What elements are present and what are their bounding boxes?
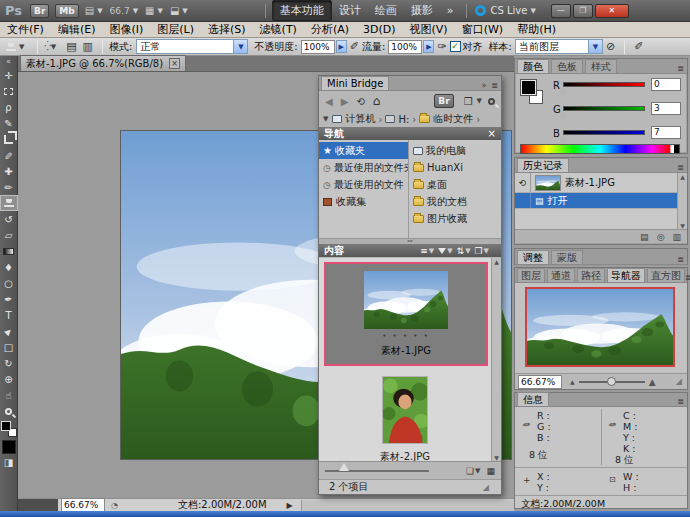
navigator-zoom-field[interactable]: 66.67% xyxy=(518,375,562,389)
scroll-down-icon[interactable]: ▼ xyxy=(680,222,685,229)
panel-menu-icon[interactable]: ≣ xyxy=(677,397,687,406)
rotate-3d-tool[interactable]: ↻ xyxy=(0,355,18,371)
sort-order-icon[interactable]: ⇅ xyxy=(457,246,465,256)
red-value-field[interactable]: 0 xyxy=(651,78,681,91)
gradient-tool[interactable] xyxy=(0,243,18,259)
blue-value-field[interactable]: 7 xyxy=(651,126,681,139)
content-item-selected[interactable]: • • • • • 素材-1.JPG xyxy=(324,262,488,366)
eyedropper-tool[interactable]: ✐ xyxy=(0,147,18,163)
launch-bridge-button[interactable]: Br xyxy=(30,4,49,18)
green-value-field[interactable]: 3 xyxy=(651,102,681,115)
resize-grip-icon[interactable]: ◢ xyxy=(483,483,489,492)
new-document-from-state-icon[interactable]: ▤ xyxy=(640,232,649,242)
marquee-tool[interactable] xyxy=(0,83,18,99)
tab-adjustments[interactable]: 调整 xyxy=(517,250,549,264)
toggle-clone-source-icon[interactable]: ▥ xyxy=(83,40,93,53)
rectangle-tool[interactable]: □ xyxy=(0,339,18,355)
menu-layer[interactable]: 图层(L) xyxy=(150,22,201,37)
breadcrumb-drive[interactable]: H: xyxy=(398,114,409,125)
blue-slider[interactable] xyxy=(563,130,645,135)
tab-paths[interactable]: 路径 xyxy=(577,268,605,282)
resize-grip-icon[interactable]: ◢ xyxy=(676,377,682,386)
panel-view-icon[interactable]: ❐ xyxy=(464,96,473,107)
brush-tool[interactable]: ✏ xyxy=(0,179,18,195)
navigation-pod-header[interactable]: 导航 × xyxy=(319,127,501,140)
menu-file[interactable]: 文件(F) xyxy=(0,22,51,37)
mini-bridge-tab[interactable]: Mini Bridge xyxy=(321,76,389,90)
desktop-item[interactable]: 桌面 xyxy=(409,176,501,193)
history-brush-source-icon[interactable]: ⟲ xyxy=(515,173,531,192)
zoom-out-mountain-icon[interactable]: ▲ xyxy=(570,378,575,385)
minimize-button[interactable]: — xyxy=(551,4,571,18)
horizontal-scrollbar[interactable] xyxy=(301,500,514,511)
foreground-background-swatches[interactable] xyxy=(1,421,17,437)
tab-histogram[interactable]: 直方图 xyxy=(647,268,685,282)
tablet-pressure-icon[interactable]: ✐ xyxy=(634,40,643,53)
breadcrumb-folder[interactable]: 临时文件 xyxy=(433,112,473,126)
panel-menu-icon[interactable]: ≣ xyxy=(677,64,687,73)
close-button[interactable]: ✕ xyxy=(595,4,629,18)
toolbox-collapse-button[interactable]: « xyxy=(0,56,18,67)
flow-slider-arrow-icon[interactable]: ▶ xyxy=(423,40,434,53)
menu-select[interactable]: 选择(S) xyxy=(201,22,253,37)
type-tool[interactable]: T xyxy=(0,307,18,323)
recent-loop-icon[interactable]: ⟲ xyxy=(356,96,364,107)
toggle-brush-panel-icon[interactable]: ▤ xyxy=(66,40,76,53)
mode-select[interactable]: 正常 ▼ xyxy=(136,39,248,54)
status-zoom-field[interactable]: 66.67% xyxy=(61,498,105,512)
recent-files-item[interactable]: ◷最近使用的文件 xyxy=(319,176,408,193)
panel-view-arrow-icon[interactable]: ▼ xyxy=(477,97,482,105)
content-pod-header[interactable]: 内容 ≡▼ ▼ ⇅▼ ❐▼ xyxy=(319,244,501,257)
my-documents-item[interactable]: 我的文档 xyxy=(409,193,501,210)
menu-help[interactable]: 帮助(H) xyxy=(510,22,563,37)
recent-folders-item[interactable]: ◷最近使用的文件夹 xyxy=(319,159,408,176)
menu-filter[interactable]: 滤镜(T) xyxy=(253,22,304,37)
eyedropper-rgb-icon[interactable]: ✐ xyxy=(521,418,533,431)
workspace-painting[interactable]: 绘画 xyxy=(368,1,404,20)
airbrush-icon[interactable]: ✑ xyxy=(437,40,446,53)
ignore-adjustment-layers-icon[interactable]: ⊘ xyxy=(606,40,615,53)
path-selection-tool[interactable]: ▶ xyxy=(0,323,18,339)
lasso-tool[interactable]: ρ xyxy=(0,99,18,115)
view-extras-arrow-icon[interactable]: ▼ xyxy=(97,7,102,15)
hand-tool[interactable]: ☝ xyxy=(0,387,18,403)
foreground-color-block[interactable] xyxy=(2,440,16,454)
tab-color[interactable]: 颜色 xyxy=(517,59,549,73)
menu-image[interactable]: 图像(I) xyxy=(102,22,150,37)
tab-swatches[interactable]: 色板 xyxy=(551,59,583,73)
history-snapshot-row[interactable]: ⟲ 素材-1.JPG xyxy=(515,173,687,193)
flow-field[interactable]: 100% xyxy=(388,40,422,54)
eyedropper-cmyk-icon[interactable]: ✐ xyxy=(607,418,619,431)
tool-preset-arrow-icon[interactable]: ▼ xyxy=(19,43,24,51)
blue-slider-thumb[interactable]: △ xyxy=(561,135,566,143)
foreground-color-swatch[interactable] xyxy=(521,80,536,95)
panel-collapse-icon[interactable]: » xyxy=(481,81,489,90)
navigator-preview[interactable] xyxy=(525,287,675,367)
zoom-tool[interactable] xyxy=(0,403,18,419)
tab-channels[interactable]: 通道 xyxy=(547,268,575,282)
menu-window[interactable]: 窗口(W) xyxy=(455,22,510,37)
scroll-down-icon[interactable]: ▼ xyxy=(494,454,499,461)
back-icon[interactable]: ◀ xyxy=(325,96,333,107)
content-scrollbar[interactable]: ▲▼ xyxy=(491,258,501,461)
breadcrumb-arrow-icon[interactable]: ▼ xyxy=(323,115,328,123)
menu-3d[interactable]: 3D(D) xyxy=(356,23,403,36)
panel-menu-icon[interactable]: ≣ xyxy=(677,163,687,172)
set-source-cell[interactable] xyxy=(515,193,531,208)
opacity-field[interactable]: 100% xyxy=(301,40,335,54)
navigator-zoom-thumb[interactable] xyxy=(607,377,616,386)
workspace-essentials[interactable]: 基本功能 xyxy=(272,0,332,21)
sort-order-arrow-icon[interactable]: ▼ xyxy=(465,247,470,255)
tab-layers[interactable]: 图层 xyxy=(517,268,545,282)
thumbnail-view-icon[interactable]: ❐ xyxy=(475,246,483,256)
eraser-tool[interactable]: ▱ xyxy=(0,227,18,243)
blur-tool[interactable]: ♦ xyxy=(0,259,18,275)
filter-icon[interactable] xyxy=(438,248,446,254)
foreground-color-swatch[interactable] xyxy=(1,421,11,431)
preview-mode-arrow-icon[interactable]: ▼ xyxy=(475,467,480,475)
collections-item[interactable]: 收藏集 xyxy=(319,193,408,210)
sample-select-arrow-icon[interactable]: ▼ xyxy=(588,40,602,53)
delete-state-icon[interactable]: ▥ xyxy=(672,232,681,242)
scroll-up-icon[interactable]: ▲ xyxy=(494,258,499,265)
green-slider-thumb[interactable]: △ xyxy=(561,111,566,119)
